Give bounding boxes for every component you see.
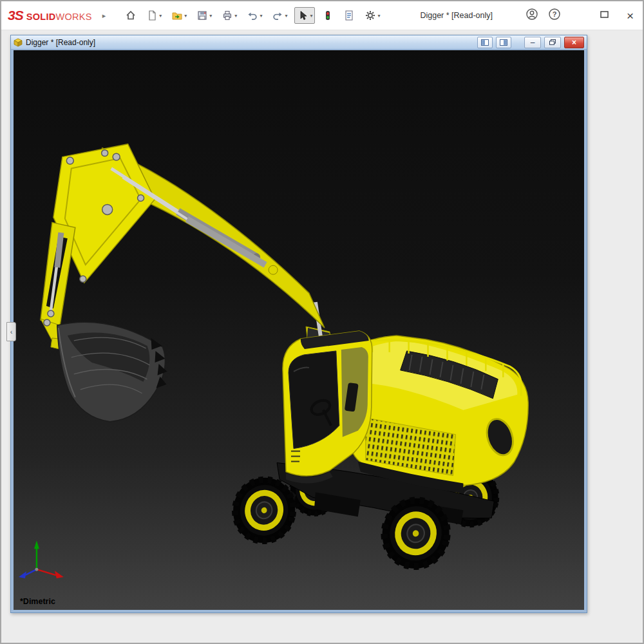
maximize-icon [599,9,610,20]
window-system-buttons: × [599,9,636,23]
new-document-button[interactable]: ▾ [144,7,164,24]
file-properties-icon [343,10,355,21]
featuremanager-collapsed-tab[interactable]: ‹ [6,322,16,341]
document-close-button[interactable]: × [564,37,584,48]
chevron-down-icon[interactable]: ▾ [234,13,237,19]
solidworks-window: 3S SOLIDWORKS ▸ ▾ ▾ ▾ ▾ [0,0,644,644]
titlebar-right: ? × [526,8,636,23]
open-folder-icon [171,10,183,21]
triad-x-arrow [55,571,64,578]
chevron-down-icon[interactable]: ▾ [377,13,380,19]
digger-model[interactable] [14,50,584,610]
redo-button[interactable]: ▾ [269,7,290,24]
gear-icon [365,10,376,21]
pane-right-icon [500,39,507,46]
select-cursor-icon [297,10,308,21]
document-restore-button[interactable] [544,37,561,48]
options-button[interactable]: ▾ [362,7,383,24]
document-minimize-button[interactable]: – [524,37,541,48]
print-icon [222,10,233,21]
window-title: Digger * [Read-only] [420,11,493,20]
home-icon [125,10,137,21]
document-window-buttons: – × [477,37,584,48]
chevron-down-icon[interactable]: ▾ [159,13,162,19]
undo-icon [247,10,258,21]
solidworks-logo: 3S SOLIDWORKS [8,8,92,23]
chevron-down-icon[interactable]: ▾ [184,13,187,19]
display-pane-toggle-button[interactable] [496,37,511,48]
print-button[interactable]: ▾ [219,7,240,24]
save-button[interactable]: ▾ [194,7,214,24]
document-titlebar[interactable]: Digger * [Read-only] – × [11,35,587,50]
help-button[interactable]: ? [548,8,561,23]
pane-left-icon [481,39,489,46]
open-button[interactable]: ▾ [169,7,189,24]
triad-x-axis [37,569,56,575]
orientation-label: *Dimetric [20,597,55,606]
redo-icon [272,10,283,21]
rebuild-button[interactable] [319,7,336,24]
close-button[interactable]: × [627,10,634,22]
chevron-down-icon[interactable]: ▾ [285,13,287,19]
brand-mark: 3S [8,8,23,23]
svg-text:?: ? [553,10,557,18]
select-button[interactable]: ▾ [294,7,315,24]
chevron-down-icon[interactable]: ▾ [310,13,312,19]
account-icon [526,8,538,21]
brand-works: WORKS [56,12,92,22]
undo-button[interactable]: ▾ [244,7,265,24]
maximize-button[interactable] [599,9,610,23]
save-icon [196,10,208,21]
chevron-down-icon[interactable]: ▾ [260,13,262,19]
part-document-icon [14,38,23,47]
main-titlebar: 3S SOLIDWORKS ▸ ▾ ▾ ▾ ▾ [1,1,643,30]
document-title: Digger * [Read-only] [26,38,95,47]
orientation-triad[interactable] [19,540,64,578]
triad-y-arrow [34,540,39,549]
new-document-icon [146,10,158,21]
triad-z-arrow [19,571,26,578]
graphics-viewport[interactable]: *Dimetric [14,50,584,610]
help-icon: ? [548,8,561,21]
document-window: Digger * [Read-only] – × [10,35,587,613]
toolbar-expander-icon[interactable]: ▸ [102,12,106,20]
chevron-down-icon[interactable]: ▾ [209,13,212,19]
feature-pane-toggle-button[interactable] [477,37,493,48]
rebuild-traffic-light-icon [322,10,334,21]
file-properties-button[interactable] [341,7,357,24]
quick-access-toolbar: ▾ ▾ ▾ ▾ ▾ ▾ ▾ [122,7,383,24]
digger-bucket[interactable] [57,322,167,421]
triad-z-axis [25,569,37,575]
account-button[interactable] [526,8,538,23]
home-button[interactable] [122,7,139,24]
restore-icon [549,39,556,45]
digger-body[interactable] [346,336,529,493]
brand-solid: SOLID [26,12,56,22]
